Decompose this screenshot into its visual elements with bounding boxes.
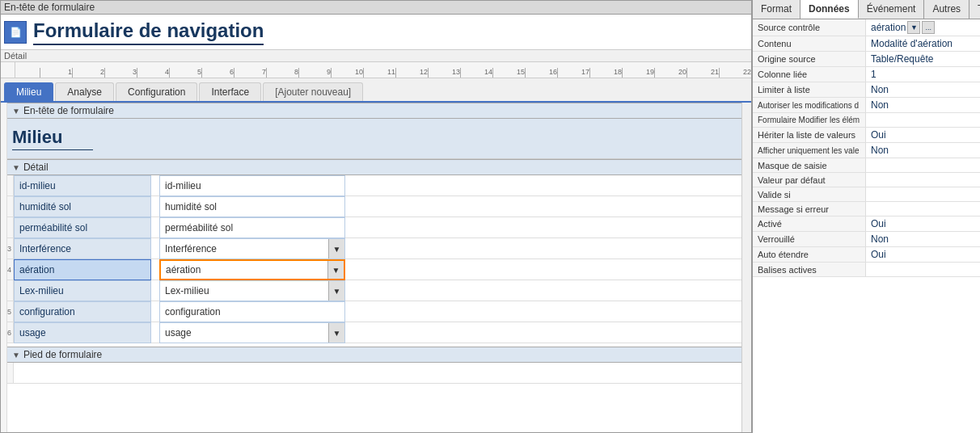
ruler-mark: 11 (363, 68, 395, 78)
prop-value-colonne: 1 (866, 67, 980, 82)
tab-analyse[interactable]: Analyse (55, 82, 114, 101)
prop-value-verrouille: Non (866, 232, 980, 246)
prop-label-valeur-defaut: Valeur par défaut (753, 173, 866, 187)
tab-add-new[interactable]: [Ajouter nouveau] (263, 82, 363, 101)
dropdown-arrow-interference[interactable]: ▼ (328, 239, 344, 259)
prop-value-auto-etendre: Oui (866, 247, 980, 262)
prop-label-colonne: Colonne liée (753, 67, 866, 82)
title-area: 📄 Formulaire de navigation (1, 15, 751, 50)
form-header-bar-label: En-tête de formulaire (4, 2, 95, 13)
ruler-mark: 14 (460, 68, 492, 78)
section-pied-collapse-icon[interactable]: ▼ (12, 351, 20, 359)
ruler-mark: 19 (622, 68, 654, 78)
tab-configuration[interactable]: Configuration (116, 82, 197, 101)
tab-interface[interactable]: Interface (199, 82, 261, 101)
ruler-mark: 6 (201, 68, 234, 78)
prop-label-auto-etendre: Auto étendre (753, 247, 866, 262)
input-permeabilite[interactable]: perméabilité sol (159, 217, 345, 238)
dropdown-arrow-aeration[interactable]: ▼ (327, 261, 344, 279)
section-header-detail-label: Détail (23, 162, 49, 173)
section-detail-collapse-icon[interactable]: ▼ (12, 163, 20, 172)
prop-value-afficher: Non (866, 143, 980, 158)
ruler-mark: 12 (395, 68, 428, 78)
properties-table: Source contrôle aération ▼ ... Contenu M… (753, 19, 980, 433)
form-design: ▼ En-tête de formulaire Milieu ▼ Détail … (1, 103, 751, 432)
input-interference[interactable]: Interférence ▼ (159, 238, 345, 259)
prop-row-colonne: Colonne liée 1 (753, 67, 980, 82)
section-header-entete-label: En-tête de formulaire (23, 105, 114, 116)
prop-value-limiter: Non (866, 82, 980, 97)
prop-label-source-controle: Source contrôle (753, 19, 866, 36)
tab-milieu[interactable]: Milieu (4, 82, 53, 101)
detail-label: Détail (1, 50, 751, 62)
input-id-milieu[interactable]: id-milieu (159, 175, 345, 196)
prop-row-valeur-defaut: Valeur par défaut (753, 173, 980, 187)
section-header-detail: ▼ Détail (7, 159, 741, 175)
label-humidite: humidité sol (14, 196, 151, 217)
prop-label-formulaire-modifier: Formulaire Modifier les élém (753, 113, 866, 127)
label-lex-milieu: Lex-milieu (14, 280, 151, 301)
prop-label-afficher: Afficher uniquement les vale (753, 143, 866, 158)
input-humidite[interactable]: humidité sol (159, 196, 345, 217)
prop-btn-dropdown[interactable]: ▼ (907, 21, 920, 34)
right-tab-donnees[interactable]: Données (800, 0, 859, 19)
input-configuration[interactable]: configuration (159, 301, 345, 322)
prop-value-valeur-defaut[interactable] (866, 173, 980, 187)
right-tab-evenement[interactable]: Événement (859, 0, 925, 19)
prop-label-valide: Valide si (753, 187, 866, 201)
right-tab-format[interactable]: Format (753, 0, 800, 19)
section-header-entete: ▼ En-tête de formulaire (7, 103, 741, 119)
ruler-mark: 18 (589, 68, 622, 78)
label-interference: Interférence (14, 238, 151, 259)
form-header-bar: En-tête de formulaire (1, 1, 751, 15)
dropdown-arrow-lex-milieu[interactable]: ▼ (328, 281, 344, 301)
prop-value-autoriser: Non (866, 98, 980, 112)
prop-label-message: Message si erreur (753, 202, 866, 216)
prop-label-contenu: Contenu (753, 36, 866, 51)
prop-row-heriter: Hériter la liste de valeurs Oui (753, 128, 980, 143)
input-lex-milieu[interactable]: Lex-milieu ▼ (159, 280, 345, 301)
scrollbar-right[interactable] (741, 103, 751, 432)
label-id-milieu: id-milieu (14, 175, 151, 196)
prop-btn-dots[interactable]: ... (922, 21, 935, 34)
ruler-mark: 1 (40, 68, 72, 78)
ruler-mark: 20 (654, 68, 686, 78)
prop-label-balises: Balises actives (753, 263, 866, 276)
ruler-mark: 7 (234, 68, 266, 78)
prop-value-balises[interactable] (866, 263, 980, 276)
prop-value-message[interactable] (866, 202, 980, 216)
ruler-mark: 9 (298, 68, 331, 78)
right-tabs: Format Données Événement Autres Toutes (753, 0, 980, 19)
right-tab-autres[interactable]: Autres (924, 0, 969, 19)
ruler-mark: 22 (719, 68, 751, 78)
section-collapse-icon[interactable]: ▼ (12, 107, 20, 116)
footer-row (7, 363, 741, 384)
form-title: Formulaire de navigation (33, 19, 264, 45)
main-area: En-tête de formulaire 📄 Formulaire de na… (0, 0, 752, 433)
ruler-mark: 4 (137, 68, 169, 78)
label-configuration: configuration (14, 301, 151, 322)
right-tab-toutes[interactable]: Toutes (969, 0, 980, 19)
field-row-permeabilite: perméabilité sol perméabilité sol (7, 217, 741, 238)
ruler-mark: 10 (331, 68, 363, 78)
prop-value-origine: Table/Requête (866, 52, 980, 66)
prop-value-masque[interactable] (866, 158, 980, 172)
prop-value-valide[interactable] (866, 187, 980, 201)
prop-row-masque: Masque de saisie (753, 158, 980, 173)
fields-container: id-milieu id-milieu humidité sol (7, 175, 741, 343)
field-row-lex-milieu: Lex-milieu Lex-milieu ▼ (7, 280, 741, 301)
label-permeabilite: perméabilité sol (14, 217, 151, 238)
field-row-interference: 3 Interférence Interférence ▼ (7, 238, 741, 259)
prop-value-formulaire-modifier (866, 113, 980, 127)
input-usage[interactable]: usage ▼ (159, 322, 345, 343)
field-row-usage: 6 usage usage ▼ (7, 322, 741, 343)
tabs-container: Milieu Analyse Configuration Interface [… (1, 78, 751, 103)
dropdown-arrow-usage[interactable]: ▼ (328, 323, 344, 343)
input-aeration[interactable]: aération ▼ (159, 259, 345, 280)
prop-label-autoriser: Autoriser les modifications d (753, 98, 866, 112)
ruler-mark: 17 (557, 68, 589, 78)
right-panel: Format Données Événement Autres Toutes S… (752, 0, 980, 433)
field-row-aeration: 4 aération aération ▼ (7, 259, 741, 280)
milieu-heading: Milieu (12, 127, 93, 150)
section-header-pied: ▼ Pied de formulaire (7, 347, 741, 363)
